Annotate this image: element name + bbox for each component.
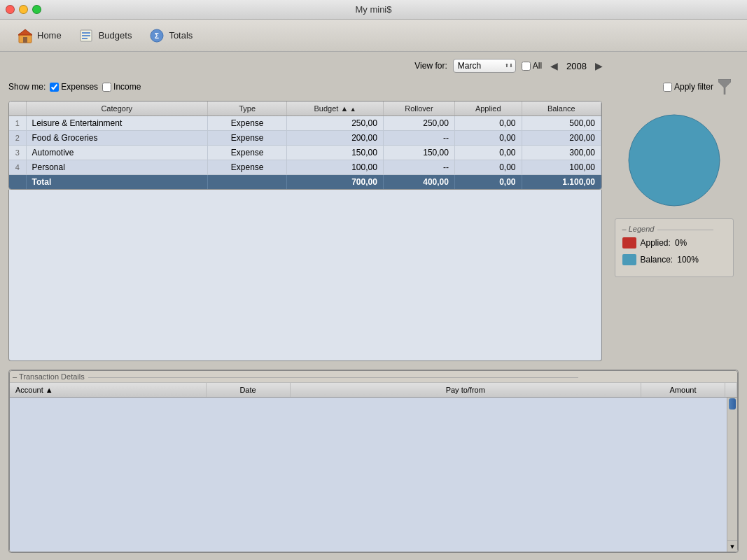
table-row[interactable]: 1 Leisure & Entertainment Expense 250,00… xyxy=(9,116,601,131)
row-rollover-2: -- xyxy=(383,131,454,146)
month-select[interactable]: March January February April May June Ju… xyxy=(453,59,516,73)
income-label: Income xyxy=(113,82,141,92)
expenses-checkbox[interactable] xyxy=(50,83,59,92)
minimize-button[interactable] xyxy=(19,5,28,14)
row-category-1: Leisure & Entertainment xyxy=(26,116,207,131)
row-budget-1: 250,00 xyxy=(287,116,383,131)
apply-filter-text: Apply filter xyxy=(674,82,713,92)
content-area: Category Type Budget ▲ Rollover Applied … xyxy=(8,101,739,361)
svg-rect-5 xyxy=(82,35,90,36)
totals-button[interactable]: Σ Totals xyxy=(140,24,201,47)
trans-col-amount[interactable]: Amount xyxy=(641,383,725,398)
legend-title-text: Legend xyxy=(629,225,655,233)
row-num-2: 2 xyxy=(9,131,26,146)
filter-row: Show me: Expenses Income Apply filter xyxy=(8,78,739,95)
apply-filter-label[interactable]: Apply filter xyxy=(663,82,713,92)
table-row[interactable]: 2 Food & Groceries Expense 200,00 -- 0,0… xyxy=(9,131,601,146)
balance-pct: 100% xyxy=(677,255,699,265)
svg-marker-9 xyxy=(718,79,731,94)
apply-filter-checkbox[interactable] xyxy=(663,83,672,92)
total-label: Total xyxy=(26,175,207,190)
legend-title-dash: – xyxy=(622,225,627,233)
filter-right: Apply filter xyxy=(663,78,732,95)
svg-rect-6 xyxy=(82,38,88,39)
trans-header-row: Account ▲ Date Pay to/from Amount xyxy=(10,383,737,398)
budget-table-container: Category Type Budget ▲ Rollover Applied … xyxy=(8,101,602,190)
app-title: My mini$ xyxy=(355,4,391,15)
section-title-dash: – xyxy=(13,372,17,381)
row-balance-1: 500,00 xyxy=(522,116,601,131)
row-num-1: 1 xyxy=(9,116,26,131)
row-rollover-1: 250,00 xyxy=(383,116,454,131)
applied-label: Applied: xyxy=(641,238,671,248)
month-select-wrapper: March January February April May June Ju… xyxy=(453,59,516,73)
transaction-section: – Transaction Details Account ▲ Date Pay… xyxy=(8,370,739,553)
prev-year-button[interactable]: ◀ xyxy=(547,59,561,73)
totals-icon: Σ xyxy=(148,27,165,44)
applied-swatch xyxy=(622,237,636,248)
titlebar: My mini$ xyxy=(0,0,747,20)
table-section: Category Type Budget ▲ Rollover Applied … xyxy=(8,101,602,361)
table-row[interactable]: 3 Automotive Expense 150,00 150,00 0,00 … xyxy=(9,146,601,160)
total-type xyxy=(207,175,286,190)
total-budget: 700,00 xyxy=(287,175,383,190)
col-type[interactable]: Type xyxy=(207,102,286,116)
home-label: Home xyxy=(37,30,62,41)
show-me-label: Show me: xyxy=(8,82,46,92)
view-row: View for: March January February April M… xyxy=(8,59,739,73)
year-display: 2008 xyxy=(566,61,587,71)
traffic-lights xyxy=(6,5,41,14)
col-category[interactable]: Category xyxy=(26,102,207,116)
row-balance-2: 200,00 xyxy=(522,131,601,146)
col-budget[interactable]: Budget ▲ xyxy=(287,102,383,116)
svg-rect-4 xyxy=(82,32,90,34)
row-num-3: 3 xyxy=(9,146,26,160)
row-applied-1: 0,00 xyxy=(454,116,522,131)
svg-point-10 xyxy=(629,115,720,206)
col-applied[interactable]: Applied xyxy=(454,102,522,116)
budgets-icon xyxy=(78,27,95,44)
income-checkbox-label[interactable]: Income xyxy=(102,82,141,92)
row-balance-4: 100,00 xyxy=(522,160,601,175)
filter-icon[interactable] xyxy=(718,78,732,95)
col-rollover[interactable]: Rollover xyxy=(383,102,454,116)
income-checkbox[interactable] xyxy=(102,83,111,92)
total-rollover: 400,00 xyxy=(383,175,454,190)
total-applied: 0,00 xyxy=(454,175,522,190)
budgets-button[interactable]: Budgets xyxy=(70,24,141,47)
total-row: Total 700,00 400,00 0,00 1.100,00 xyxy=(9,175,601,190)
trans-col-date[interactable]: Date xyxy=(206,383,290,398)
close-button[interactable] xyxy=(6,5,15,14)
legend-title-line xyxy=(657,230,713,230)
section-title-line xyxy=(88,377,578,378)
svg-marker-1 xyxy=(18,29,32,35)
col-num[interactable] xyxy=(9,102,26,116)
col-balance[interactable]: Balance xyxy=(522,102,601,116)
total-num xyxy=(9,175,26,190)
trans-col-account[interactable]: Account ▲ xyxy=(10,383,206,398)
applied-pct: 0% xyxy=(675,238,687,248)
transaction-table: Account ▲ Date Pay to/from Amount xyxy=(10,383,737,398)
scroll-down-arrow[interactable]: ▼ xyxy=(727,540,737,552)
all-checkbox-label[interactable]: All xyxy=(522,61,542,71)
row-type-3: Expense xyxy=(207,146,286,160)
balance-swatch xyxy=(622,254,636,265)
total-balance: 1.100,00 xyxy=(522,175,601,190)
row-category-2: Food & Groceries xyxy=(26,131,207,146)
row-category-4: Personal xyxy=(26,160,207,175)
transaction-body: ▼ xyxy=(10,398,737,552)
expenses-checkbox-label[interactable]: Expenses xyxy=(50,82,98,92)
trans-col-pay[interactable]: Pay to/from xyxy=(290,383,641,398)
home-button[interactable]: Home xyxy=(8,24,70,47)
section-title-text: Transaction Details xyxy=(19,372,85,381)
table-row[interactable]: 4 Personal Expense 100,00 -- 0,00 100,00 xyxy=(9,160,601,175)
svg-text:Σ: Σ xyxy=(155,32,159,40)
view-for-label: View for: xyxy=(414,61,447,71)
balance-label: Balance: xyxy=(641,255,673,265)
all-checkbox[interactable] xyxy=(522,62,531,71)
row-type-4: Expense xyxy=(207,160,286,175)
next-year-button[interactable]: ▶ xyxy=(592,59,606,73)
maximize-button[interactable] xyxy=(32,5,41,14)
scroll-thumb[interactable] xyxy=(729,398,736,410)
row-budget-2: 200,00 xyxy=(287,131,383,146)
